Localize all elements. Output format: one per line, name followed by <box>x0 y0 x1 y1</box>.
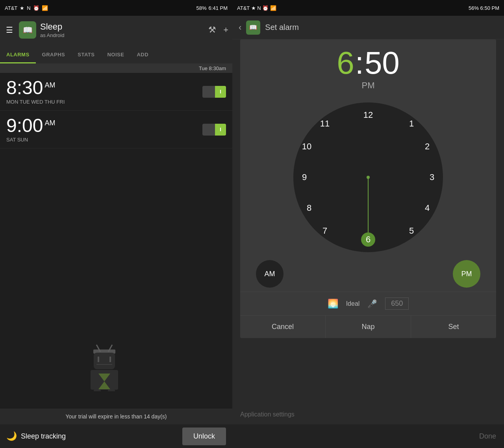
alarm-time-1: 8:30AM <box>6 78 202 97</box>
clock-center-dot <box>367 176 370 179</box>
clock-num-11[interactable]: 11 <box>318 117 332 131</box>
sleep-tracking-button[interactable]: 🌙 Sleep tracking <box>6 431 66 441</box>
toggle-active-1: I <box>215 86 226 98</box>
clock-num-5[interactable]: 5 <box>404 224 419 238</box>
app-title-main: Sleep <box>40 22 64 32</box>
clock-num-3[interactable]: 3 <box>425 170 439 184</box>
app-icon: 📖 <box>19 21 36 39</box>
left-panel: AT&T ★ N ⏰ 📶 58% 6:41 PM ☰ 📖 Sleep as An… <box>0 0 232 448</box>
settings-label: Application settings <box>240 411 295 418</box>
svg-rect-11 <box>108 390 115 391</box>
clock-num-12[interactable]: 12 <box>361 108 375 122</box>
tab-stats[interactable]: STATS <box>71 47 101 63</box>
digital-hour[interactable]: 6 <box>337 47 354 79</box>
app-title-sub: as Android <box>40 32 64 38</box>
set-alarm-header: ‹ 📖 Set alarm <box>232 16 504 39</box>
right-status-bar: AT&T ★ N ⏰ 📶 56% 6:50 PM <box>232 0 504 16</box>
clock-hand <box>368 177 369 238</box>
digital-time-text: 6 : 50 <box>240 47 496 79</box>
bluetooth-icon: ★ <box>20 5 24 11</box>
clock-num-2[interactable]: 2 <box>420 139 434 154</box>
ideal-label: Ideal <box>346 300 360 307</box>
moon-icon: 🌙 <box>6 431 17 441</box>
clock-num-9[interactable]: 9 <box>297 170 311 184</box>
alarm-toggle-2[interactable]: I <box>202 124 226 136</box>
ideal-value[interactable]: 650 <box>385 297 409 310</box>
set-alarm-title: Set alarm <box>265 23 299 32</box>
unlock-button[interactable]: Unlock <box>182 428 226 445</box>
clock-num-8[interactable]: 8 <box>302 201 316 215</box>
hamburger-icon[interactable]: ☰ <box>4 23 15 37</box>
dialog-buttons: Cancel Nap Set <box>240 315 496 338</box>
tab-add[interactable]: ADD <box>130 47 155 63</box>
time-picker-modal: 6 : 50 PM 12 1 2 3 4 <box>240 39 496 338</box>
clock-num-7[interactable]: 7 <box>318 224 332 238</box>
alarm-item-1[interactable]: 8:30AM MON TUE WED THU FRI I <box>0 73 232 111</box>
trial-banner: Your trial will expire in less than 14 d… <box>0 409 232 424</box>
ampm-row: AM PM <box>240 256 496 292</box>
alarm-clock-icon: ⏰ <box>33 5 39 11</box>
robot-mascot <box>79 332 130 393</box>
set-button[interactable]: Set <box>411 316 496 338</box>
battery-text: 58% <box>196 5 207 11</box>
tab-alarms[interactable]: ALARMS <box>0 47 36 63</box>
nfc-icon: N <box>27 5 30 11</box>
clock-container: 12 1 2 3 4 5 6 7 8 9 10 <box>240 99 496 256</box>
app-title: Sleep as Android <box>40 22 64 38</box>
digital-colon: : <box>355 47 364 79</box>
tabs-bar: ALARMS GRAPHS STATS NOISE ADD <box>0 44 232 64</box>
alarm-item-2[interactable]: 9:00AM SAT SUN I <box>0 111 232 149</box>
left-status-right: 58% 6:41 PM <box>196 5 228 11</box>
alarm-toggle-1[interactable]: I <box>202 86 226 98</box>
right-time-battery: 56% 6:50 PM <box>469 5 499 11</box>
alarm-days-1: MON TUE WED THU FRI <box>6 99 202 105</box>
set-alarm-app-icon: 📖 <box>246 20 260 35</box>
app-header: ☰ 📖 Sleep as Android ⚒ + <box>0 16 232 44</box>
digital-minutes[interactable]: 50 <box>365 47 400 79</box>
alarm-list: Tue 8:30am 8:30AM MON TUE WED THU FRI I … <box>0 64 232 448</box>
right-bottom-bar: Done <box>232 424 504 448</box>
alarm-time-2: 9:00AM <box>6 116 202 135</box>
mic-icon[interactable]: 🎤 <box>367 299 377 309</box>
toggle-track-2[interactable]: I <box>202 124 226 136</box>
left-status-carrier: AT&T ★ N ⏰ 📶 <box>5 5 48 11</box>
r-bluetooth-icon: ★ N ⏰ 📶 <box>251 5 276 11</box>
toggle-track-1[interactable]: I <box>202 86 226 98</box>
alarm-time-block-2: 9:00AM SAT SUN <box>6 116 202 143</box>
clock-num-6[interactable]: 6 <box>361 232 375 247</box>
carrier-text: AT&T <box>5 5 17 11</box>
ideal-row: 🌅 Ideal 🎤 650 <box>240 292 496 315</box>
robot-svg <box>79 332 130 391</box>
pm-button[interactable]: PM <box>453 260 480 288</box>
digital-ampm: PM <box>240 80 496 95</box>
right-carrier: AT&T ★ N ⏰ 📶 <box>237 5 276 11</box>
alarm-time-block-1: 8:30AM MON TUE WED THU FRI <box>6 78 202 105</box>
sunrise-icon: 🌅 <box>328 299 338 309</box>
settings-icon[interactable]: ⚒ <box>208 25 216 35</box>
svg-rect-10 <box>94 390 101 391</box>
left-bottom-bar: 🌙 Sleep tracking Unlock <box>0 424 232 448</box>
time-text: 6:41 PM <box>209 5 228 11</box>
back-icon[interactable]: ‹ <box>239 22 241 33</box>
clock-face[interactable]: 12 1 2 3 4 5 6 7 8 9 10 <box>293 102 443 252</box>
trial-text: Your trial will expire in less than 14 d… <box>65 413 167 420</box>
alarm-days-2: SAT SUN <box>6 137 202 143</box>
digital-time-display: 6 : 50 PM <box>240 39 496 99</box>
tab-noise[interactable]: NOISE <box>101 47 130 63</box>
clock-num-4[interactable]: 4 <box>420 201 434 215</box>
am-button[interactable]: AM <box>256 260 284 288</box>
toggle-active-2: I <box>215 124 226 136</box>
nap-button[interactable]: Nap <box>326 316 411 338</box>
svg-rect-4 <box>94 353 115 369</box>
add-alarm-icon[interactable]: + <box>223 25 228 35</box>
clock-num-10[interactable]: 10 <box>300 139 314 154</box>
left-status-bar: AT&T ★ N ⏰ 📶 58% 6:41 PM <box>0 0 232 16</box>
tab-graphs[interactable]: GRAPHS <box>36 47 72 63</box>
right-panel: AT&T ★ N ⏰ 📶 56% 6:50 PM ‹ 📖 Set alarm 6… <box>232 0 504 448</box>
alarm-date-label-1: Tue 8:30am <box>0 64 232 73</box>
clock-num-1[interactable]: 1 <box>404 117 419 131</box>
settings-row[interactable]: Application settings <box>232 405 504 424</box>
wifi-icon: 📶 <box>42 5 48 11</box>
cancel-button[interactable]: Cancel <box>240 316 326 338</box>
done-button[interactable]: Done <box>479 432 496 441</box>
